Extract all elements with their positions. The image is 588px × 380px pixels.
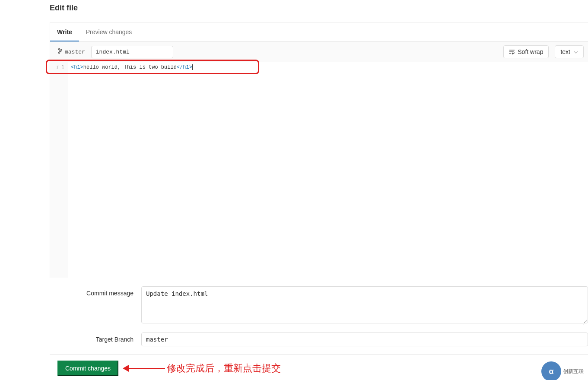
svg-point-0: [58, 48, 60, 50]
text-cursor: [192, 64, 193, 70]
code-close-tag: </h1>: [177, 64, 192, 70]
commit-message-label: Commit message: [50, 286, 141, 297]
gutter-info-icon: i: [56, 64, 59, 70]
watermark-icon: α: [541, 361, 561, 380]
watermark-label: 创新互联: [563, 368, 584, 375]
code-open-tag: <h1>: [71, 64, 83, 70]
code-editor[interactable]: i1 <h1>hello world, This is two build</h…: [50, 62, 588, 278]
annotation-arrow: [126, 366, 165, 370]
svg-point-2: [60, 49, 62, 51]
commit-form: Commit message Update index.html ⋰ Targe…: [50, 278, 588, 346]
code-line-1[interactable]: <h1>hello world, This is two build</h1>: [71, 64, 588, 71]
watermark: α 创新互联: [541, 361, 584, 380]
tab-write[interactable]: Write: [50, 22, 79, 41]
page-title: Edit file: [50, 3, 588, 13]
footer-action-bar: Commit changes 修改完成后，重新点击提交 α 创新互联: [50, 354, 588, 380]
chevron-down-icon: [574, 48, 578, 55]
syntax-mode-label: text: [560, 48, 570, 55]
filename-input[interactable]: [91, 46, 173, 58]
line-number: 1: [61, 64, 64, 70]
commit-message-textarea[interactable]: Update index.html: [141, 286, 588, 323]
annotation-text: 修改完成后，重新点击提交: [167, 362, 281, 375]
editor-content[interactable]: <h1>hello world, This is two build</h1>: [68, 62, 588, 278]
editor-gutter: i1: [50, 62, 68, 278]
svg-point-1: [58, 52, 60, 53]
soft-wrap-icon: [509, 49, 515, 54]
soft-wrap-label: Soft wrap: [518, 48, 543, 55]
editor-tabs: Write Preview changes: [50, 22, 588, 42]
soft-wrap-button[interactable]: Soft wrap: [503, 45, 549, 58]
edit-panel: Write Preview changes master Soft wrap t…: [50, 22, 588, 278]
code-text: hello world, This is two build: [83, 64, 177, 70]
branch-icon: [58, 48, 62, 56]
branch-indicator: master: [54, 48, 85, 56]
commit-changes-button[interactable]: Commit changes: [57, 361, 118, 376]
syntax-mode-dropdown[interactable]: text: [555, 45, 584, 58]
file-toolbar: master Soft wrap text: [50, 42, 588, 62]
target-branch-input[interactable]: [141, 332, 588, 346]
branch-name: master: [65, 49, 85, 55]
target-branch-label: Target Branch: [50, 332, 141, 343]
tab-preview-changes[interactable]: Preview changes: [79, 22, 139, 41]
